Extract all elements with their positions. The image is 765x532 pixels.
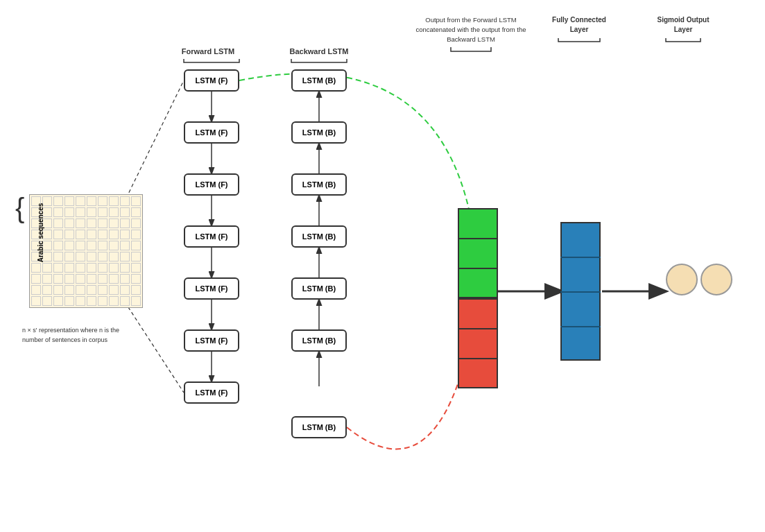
lstm-b4: LSTM (B) [291, 225, 347, 248]
arabic-sequences-label: Arabic sequences [37, 198, 44, 268]
lstm-b6: LSTM (B) [291, 329, 347, 352]
lstm-f3: LSTM (F) [184, 173, 239, 196]
svg-text:Layer: Layer [570, 26, 589, 33]
lstm-f7: LSTM (F) [184, 381, 239, 404]
concat-block-red [458, 298, 498, 388]
lstm-b7: LSTM (B) [291, 416, 347, 438]
sigmoid-circle-1 [666, 264, 698, 295]
lstm-f1: LSTM (F) [184, 69, 239, 92]
lstm-b5: LSTM (B) [291, 277, 347, 300]
svg-text:concatenated with the output f: concatenated with the output from the [416, 26, 526, 33]
lstm-b3: LSTM (B) [291, 173, 347, 196]
lstm-b1: LSTM (B) [291, 69, 347, 92]
grid-description: n × s' representation where n is the num… [22, 326, 133, 345]
svg-text:Layer: Layer [674, 26, 693, 33]
red-divider-1 [458, 328, 498, 329]
grid-bracket: { [15, 194, 24, 222]
concat-block-green [458, 208, 498, 298]
lstm-f2: LSTM (F) [184, 121, 239, 144]
fc-divider-1 [560, 257, 601, 258]
grid-description-text: n × s' representation where n is the num… [22, 327, 119, 343]
lstm-b2: LSTM (B) [291, 121, 347, 144]
svg-text:Backward LSTM: Backward LSTM [290, 47, 349, 55]
red-divider-2 [458, 358, 498, 359]
svg-text:Fully Connected: Fully Connected [552, 16, 606, 24]
diagram-container: Forward LSTM Backward LSTM Output from t… [0, 0, 765, 532]
green-divider-1 [458, 238, 498, 239]
grid-table [29, 194, 143, 308]
fc-divider-2 [560, 291, 601, 293]
fc-divider-3 [560, 326, 601, 327]
lstm-f6: LSTM (F) [184, 329, 239, 352]
green-divider-2 [458, 268, 498, 269]
lstm-f4: LSTM (F) [184, 225, 239, 248]
svg-text:Backward LSTM: Backward LSTM [447, 35, 495, 43]
svg-text:Output from the Forward LSTM: Output from the Forward LSTM [425, 16, 517, 24]
lstm-f5: LSTM (F) [184, 277, 239, 300]
svg-text:Forward LSTM: Forward LSTM [182, 47, 234, 55]
sigmoid-circle-2 [700, 264, 732, 295]
svg-text:Sigmoid Output: Sigmoid Output [657, 16, 710, 24]
